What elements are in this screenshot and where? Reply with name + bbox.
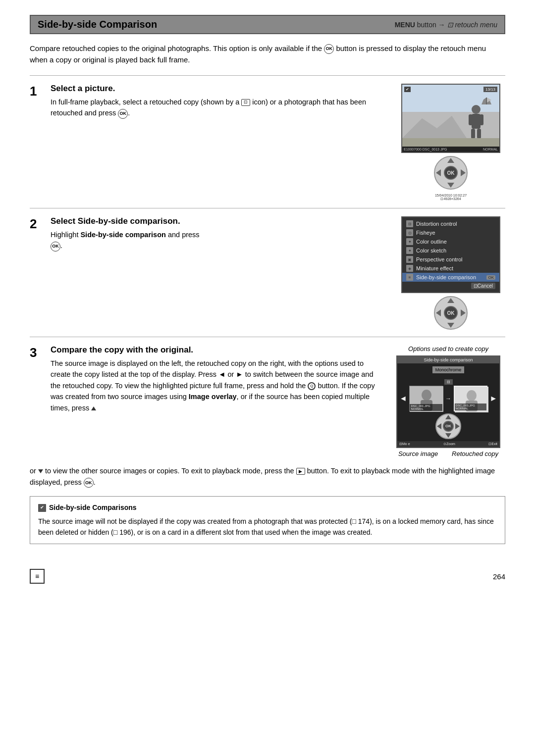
ok-badge: OK: [486, 275, 495, 280]
color-outline-icon: ✦: [406, 238, 413, 245]
note-icon: ✔: [38, 504, 46, 512]
dpad-ok[interactable]: OK: [444, 166, 458, 180]
step-2-menu-screen: ⊟ Distortion control ◎ Fisheye ✦ Color o…: [401, 216, 500, 293]
menu-button-label: button: [417, 21, 438, 29]
step-1-screen-container: ✔ 13/13 E10007000 DSC_0013 JPG NORMAL OK…: [396, 84, 505, 201]
color-sketch-label: Color sketch: [416, 248, 446, 253]
mode-btn[interactable]: ⊟Mo e: [399, 442, 410, 446]
dpad-up[interactable]: [447, 158, 454, 163]
checkmark-badge: ✔: [404, 87, 411, 92]
dpad-right-2[interactable]: [461, 309, 466, 316]
menu-path: MENU button → ⊡ retouch menu: [395, 21, 497, 29]
step-3-content: Compare the copy with the original. The …: [51, 345, 384, 413]
dpad-ok-2[interactable]: OK: [444, 306, 458, 320]
center-icon: ⊟: [444, 379, 453, 385]
step-2-body-bold: Side-by-side comparison: [80, 231, 165, 239]
file-info: 15/04/2010 10:02:27 ⊡4928×3264: [435, 194, 467, 201]
dpad-left[interactable]: [436, 169, 441, 176]
dpad-up-3[interactable]: [445, 415, 451, 419]
menu-item-miniature[interactable]: ◈ Miniature effect: [402, 264, 499, 273]
menu-arrow: →: [438, 21, 445, 29]
menu-word: MENU: [395, 21, 415, 29]
svg-rect-2: [486, 98, 487, 104]
dpad-control-2[interactable]: OK: [434, 296, 468, 330]
dpad-down[interactable]: [447, 183, 454, 188]
footer-icon-symbol: ≡: [35, 572, 39, 580]
bottom-bar-left: E10007000 DSC_0013 JPG: [404, 148, 447, 151]
svg-rect-8: [471, 129, 475, 139]
menu-item-color-outline[interactable]: ✦ Color outline: [402, 237, 499, 246]
distortion-label: Distortion control: [416, 221, 457, 227]
menu-item-perspective[interactable]: ▣ Perspective control: [402, 255, 499, 264]
continuation-text: or to view the other source images or co…: [30, 465, 505, 488]
step-2-title-bold: Side-by-side comparison.: [78, 216, 180, 226]
miniature-label: Miniature effect: [416, 265, 453, 271]
retouched-image-thumb: DSC_003.JPGNORMAL: [454, 386, 487, 411]
step-1-dpad: OK: [434, 156, 468, 190]
exit-btn[interactable]: ⊡Exit: [488, 442, 497, 446]
dpad-ok-3[interactable]: OK: [443, 421, 454, 432]
note-title: ✔ Side-by-side Comparisons: [38, 503, 497, 513]
dpad-right[interactable]: [461, 169, 466, 176]
dpad-control-3[interactable]: OK: [435, 413, 461, 439]
page-title: Side-by-side Comparison: [38, 19, 395, 30]
retouched-label: Retouched copy: [452, 450, 498, 457]
side-by-side-label: Side-by-side comparison: [416, 274, 476, 280]
step3-dpad-row: OK: [397, 413, 499, 439]
menu-item-fisheye[interactable]: ◎ Fisheye: [402, 228, 499, 237]
screen-tag-row: Monochrome: [397, 363, 499, 375]
person-svg: [464, 104, 488, 139]
dpad-control[interactable]: OK: [434, 156, 468, 190]
dpad-down-2[interactable]: [447, 323, 454, 328]
step-1-title: Select a picture.: [51, 84, 389, 94]
source-label: Source image: [398, 450, 438, 457]
left-arrow[interactable]: ◄: [399, 394, 407, 403]
options-label: Options used to create copy: [408, 345, 488, 353]
screen-bottom-buttons: ⊟Mo e ⊙Zoom ⊡Exit: [397, 441, 499, 447]
dpad-left-3[interactable]: [437, 423, 441, 429]
ok-button-symbol: OK: [324, 44, 334, 54]
dpad-down-3[interactable]: [445, 433, 451, 438]
page-number: 264: [493, 572, 505, 581]
svg-rect-5: [472, 114, 481, 129]
step-2-title: Select Side-by-side comparison.: [51, 216, 389, 226]
svg-rect-7: [480, 114, 483, 125]
menu-item-distortion[interactable]: ⊟ Distortion control: [402, 219, 499, 228]
perspective-label: Perspective control: [416, 256, 463, 262]
screen-title: Side-by-side comparison: [397, 356, 499, 363]
counter-badge: 13/13: [483, 87, 497, 92]
zoom-btn[interactable]: ⊙Zoom: [443, 442, 455, 446]
playback-symbol: ▶: [296, 468, 305, 475]
step-2-number: 2: [30, 217, 44, 230]
dpad-left-2[interactable]: [436, 309, 441, 316]
bottom-bar-right: NORMAL: [483, 148, 498, 151]
menu-item-color-sketch[interactable]: ✦ Color sketch: [402, 246, 499, 255]
step-2-dpad: OK: [434, 296, 468, 330]
footer-icon: ≡: [30, 569, 45, 584]
center-icon-row: ⊟: [397, 376, 499, 385]
cancel-button[interactable]: ⊡Cancel: [471, 283, 495, 289]
step-3-body: The source image is displayed on the lef…: [51, 358, 384, 413]
screen-bottom-bar: E10007000 DSC_0013 JPG NORMAL: [402, 147, 499, 152]
miniature-icon: ◈: [406, 265, 413, 272]
ok-symbol-step1: OK: [118, 109, 128, 119]
menu-item-side-by-side[interactable]: ≡ Side-by-side comparison OK: [402, 273, 499, 282]
page-footer: ≡ 264: [30, 564, 505, 584]
color-sketch-icon: ✦: [406, 247, 413, 254]
svg-rect-9: [477, 129, 481, 139]
retouched-thumb-label: DSC_003.JPGNORMAL: [455, 403, 486, 410]
svg-point-11: [422, 390, 431, 401]
note-title-text: Side-by-side Comparisons: [49, 503, 137, 513]
dpad-right-3[interactable]: [455, 423, 460, 429]
note-body: The source image will not be displayed i…: [38, 516, 497, 538]
svg-marker-0: [402, 116, 467, 138]
right-arrow[interactable]: ►: [489, 394, 497, 403]
step-3: 3 Compare the copy with the original. Th…: [30, 337, 505, 462]
svg-rect-6: [469, 114, 473, 125]
page-header: Side-by-side Comparison MENU button → ⊡ …: [30, 15, 505, 34]
source-retouched-labels: Source image Retouched copy: [391, 450, 505, 457]
dpad-up-2[interactable]: [447, 298, 454, 303]
images-row: ◄ DSC_001.JPGNORMAL →: [397, 386, 499, 411]
step-1-content: Select a picture. In full-frame playback…: [51, 84, 389, 119]
mid-arrow: →: [445, 395, 451, 402]
